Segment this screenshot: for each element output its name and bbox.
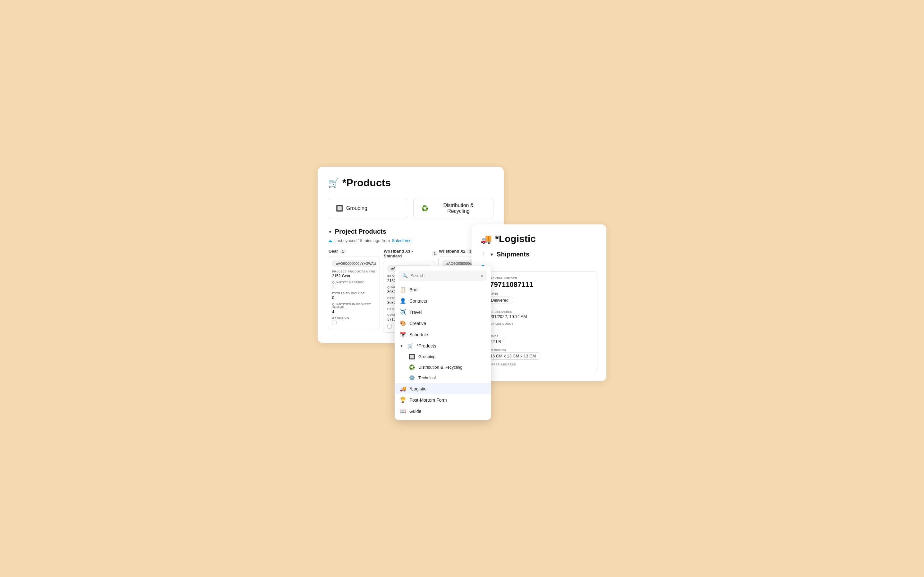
creative-icon: 🎨 — [400, 320, 406, 326]
menu-sub-item-grouping[interactable]: 🔲 Grouping — [395, 351, 491, 362]
wristband-x3-header: Wristband X3 - Standard 1 — [383, 249, 438, 258]
sync-text: Last synced 18 mins ago from — [334, 238, 390, 243]
grouping-sub-icon: 🔲 — [409, 354, 415, 359]
package-label: PACKAGE COUNT — [486, 322, 592, 326]
guide-icon: 📖 — [400, 408, 406, 414]
shipments-title: Shipments — [497, 251, 529, 258]
postmortem-label: Post-Mortem Form — [409, 398, 447, 403]
gear-card: aAO6O000000sYxGWAU PROJECT PRODUCTS NAME… — [328, 256, 380, 329]
products-title-row: 🛒 *Products — [328, 177, 493, 189]
travel-icon: ✈️ — [400, 309, 406, 315]
menu-sub-item-distribution[interactable]: ♻️ Distribution & Recycling — [395, 362, 491, 372]
creative-label: Creative — [409, 321, 426, 326]
products-menu-icon: 🛒 — [407, 343, 414, 349]
logistic-icon: 🚚 — [481, 234, 492, 244]
time-label: TIME DELIVERED — [486, 310, 592, 314]
sync-row: ☁ Last synced 18 mins ago from Salesforc… — [328, 238, 493, 243]
gear-column: Gear 1 aAO6O000000sYxGWAU PROJECT PRODUC… — [328, 249, 383, 333]
tracking-number: 279711087111 — [486, 280, 592, 289]
logistic-card: 🚚 *Logistic ⋮ ▼ Shipments ☁ TRACKING NUM… — [472, 224, 606, 381]
technical-sub-label: Technical — [418, 376, 436, 380]
chevron-icon: ▼ — [328, 229, 333, 234]
logistic-menu-icon: 🚚 — [400, 386, 406, 392]
distribution-button[interactable]: ♻️ Distribution & Recycling — [413, 198, 493, 219]
gear-qty-value: 1 — [332, 285, 376, 289]
gear-extras-value: 0 — [332, 295, 376, 300]
gear-grouping-label: GROUPING — [332, 317, 376, 320]
menu-item-schedule[interactable]: 📅 Schedule — [395, 329, 491, 340]
expand-arrow-icon: ▼ — [400, 344, 403, 348]
grouping-label: Grouping — [346, 205, 367, 211]
dots-menu[interactable]: ⋮ — [481, 251, 486, 258]
menu-item-products[interactable]: ▼ 🛒 *Products — [395, 340, 491, 351]
gear-record-id: aAO6O000000sYxGWAU — [332, 260, 376, 267]
gear-checkbox[interactable] — [332, 321, 336, 325]
distribution-sub-icon: ♻️ — [409, 364, 415, 370]
nav-buttons: 🔲 Grouping ♻️ Distribution & Recycling — [328, 198, 493, 219]
grouping-sub-label: Grouping — [418, 354, 435, 359]
logistic-title: *Logistic — [495, 234, 536, 244]
cart-icon: 🛒 — [328, 177, 339, 188]
gear-header: Gear 1 — [328, 249, 383, 253]
shipper-label: SHIPPER ADDRESS — [486, 363, 592, 366]
menu-item-guide[interactable]: 📖 Guide — [395, 406, 491, 417]
tracking-label: TRACKING NUMBER — [486, 277, 592, 280]
travel-label: Travel — [409, 309, 422, 315]
section-header: ▼ Project Products — [328, 228, 493, 235]
gear-column-name: Gear — [328, 249, 338, 253]
section-title: Project Products — [335, 228, 386, 235]
gear-name-value: 2152-Gear — [332, 274, 376, 278]
gear-name-label: PROJECT PRODUCTS NAME — [332, 270, 376, 273]
menu-sub-item-technical[interactable]: ⚙️ Technical — [395, 372, 491, 383]
dropdown-menu: 🔍 « 📋 Brief 👤 Contacts ✈️ Travel 🎨 Creat… — [395, 266, 491, 420]
products-menu-label: *Products — [417, 343, 436, 348]
menu-item-contacts[interactable]: 👤 Contacts — [395, 295, 491, 306]
wristband-x3-count: 1 — [432, 251, 438, 256]
shipment-card: TRACKING NUMBER 279711087111 STATUS Deli… — [481, 271, 598, 372]
weight-label: WEIGHT — [486, 334, 592, 337]
time-value: 10/31/2022, 10:14 AM — [486, 314, 592, 319]
wristband-x2-name: Wristband X2 — [439, 249, 465, 253]
menu-item-postmortem[interactable]: 🏆 Post-Mortem Form — [395, 394, 491, 406]
dimensions-box: 16 CM x 13 CM x 13 CM — [486, 352, 540, 359]
menu-item-travel[interactable]: ✈️ Travel — [395, 306, 491, 318]
gear-checkbox-row — [332, 321, 376, 325]
menu-item-brief[interactable]: 📋 Brief — [395, 284, 491, 295]
wristband-x3-name: Wristband X3 - Standard — [384, 249, 430, 258]
shipments-chevron: ▼ — [489, 252, 494, 257]
schedule-icon: 📅 — [400, 332, 406, 338]
guide-label: Guide — [409, 409, 421, 414]
package-value: 1 — [486, 326, 592, 331]
search-icon: 🔍 — [402, 273, 408, 278]
distribution-sub-label: Distribution & Recycling — [418, 365, 462, 370]
gear-count: 1 — [340, 249, 346, 253]
dimensions-label: DIMENSIONS — [486, 348, 592, 351]
brief-icon: 📋 — [400, 287, 406, 293]
technical-sub-icon: ⚙️ — [409, 375, 415, 381]
schedule-label: Schedule — [409, 332, 428, 337]
wristband-x3-checkbox[interactable] — [387, 324, 392, 329]
gear-shipme-value: 4 — [332, 309, 376, 314]
shipments-header: ⋮ ▼ Shipments — [481, 251, 598, 258]
grouping-icon: 🔲 — [336, 205, 343, 212]
menu-item-logistic[interactable]: 🚚 *Logistic — [395, 383, 491, 394]
gear-qty-label: QUANTITY ORDERED — [332, 281, 376, 284]
brief-label: Brief — [409, 287, 419, 292]
collapse-button[interactable]: « — [481, 273, 483, 278]
salesforce-link[interactable]: Salesforce — [392, 238, 411, 243]
menu-item-creative[interactable]: 🎨 Creative — [395, 318, 491, 329]
salesforce-icon: ☁ — [328, 238, 333, 243]
search-bar: 🔍 « — [399, 271, 487, 281]
grouping-button[interactable]: 🔲 Grouping — [328, 198, 408, 219]
logistic-menu-label: *Logistic — [409, 386, 426, 392]
status-label: STATUS — [486, 293, 592, 296]
logistic-title-row: 🚚 *Logistic — [481, 234, 598, 244]
recycling-icon: ♻️ — [421, 205, 428, 212]
distribution-label: Distribution & Recycling — [431, 203, 485, 214]
gear-shipme-label: QUANTITIES IN PROJECT SHIPME... — [332, 303, 376, 309]
search-input[interactable] — [410, 273, 478, 278]
contacts-label: Contacts — [409, 298, 427, 303]
products-title: *Products — [342, 177, 391, 189]
postmortem-icon: 🏆 — [400, 397, 406, 403]
shipments-section: ⋮ ▼ Shipments ☁ TRACKING NUMBER 27971108… — [481, 251, 598, 372]
